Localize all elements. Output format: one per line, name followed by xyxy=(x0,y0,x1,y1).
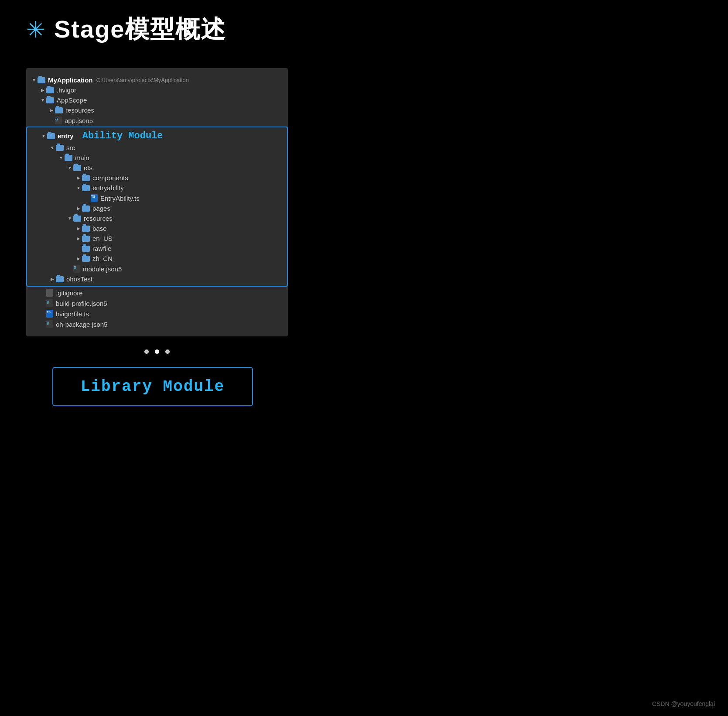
chevron-resources-entry xyxy=(66,216,73,221)
snowflake-icon: ✳ xyxy=(26,18,45,41)
chevron-hvigor xyxy=(39,88,46,92)
label-hvigor: .hvigor xyxy=(57,86,76,94)
icon-module-json5 xyxy=(73,265,80,273)
tree-item-zh-cn[interactable]: zh_CN xyxy=(27,254,287,264)
folder-icon-entry xyxy=(47,133,55,139)
label-rawfile: rawfile xyxy=(92,245,111,252)
tree-item-root[interactable]: MyApplication C:\Users\amy\projects\MyAp… xyxy=(26,75,288,85)
tree-item-base[interactable]: base xyxy=(27,223,287,233)
filetree-panel: MyApplication C:\Users\amy\projects\MyAp… xyxy=(26,68,288,336)
icon-entryability-ts xyxy=(91,194,98,202)
library-module-box: Library Module xyxy=(52,367,253,406)
ability-module-label: Ability Module xyxy=(82,130,163,141)
label-resources-entry: resources xyxy=(84,215,113,222)
folder-icon-hvigor xyxy=(46,87,54,93)
tree-item-src[interactable]: src xyxy=(27,143,287,153)
folder-icon-src xyxy=(56,145,64,151)
chevron-appscope xyxy=(39,98,46,103)
chevron-root xyxy=(31,78,38,82)
root-path: C:\Users\amy\projects\MyApplication xyxy=(96,77,189,83)
tree-item-appscope[interactable]: AppScope xyxy=(26,95,288,105)
page-title: Stage模型概述 xyxy=(54,13,226,46)
label-ets: ets xyxy=(84,164,92,171)
folder-icon-base xyxy=(82,226,90,232)
tree-item-resources-appscope[interactable]: resources xyxy=(26,105,288,115)
chevron-base xyxy=(75,226,82,231)
chevron-components xyxy=(75,175,82,180)
chevron-entry xyxy=(40,134,47,138)
label-entry: entry xyxy=(58,132,74,140)
tree-item-entry[interactable]: entry Ability Module xyxy=(27,129,287,143)
chevron-ohostest xyxy=(49,277,56,281)
folder-icon-ohostest xyxy=(56,276,64,282)
label-gitignore: .gitignore xyxy=(56,289,83,297)
label-zh-cn: zh_CN xyxy=(92,255,113,262)
tree-item-module-json5[interactable]: module.json5 xyxy=(27,264,287,274)
tree-item-ets[interactable]: ets xyxy=(27,163,287,173)
tree-item-pages[interactable]: pages xyxy=(27,203,287,213)
folder-icon-resources-appscope xyxy=(55,107,63,113)
tree-item-rawfile[interactable]: rawfile xyxy=(27,243,287,254)
library-module-label: Library Module xyxy=(81,378,225,396)
label-base: base xyxy=(92,225,107,232)
label-build-profile: build-profile.json5 xyxy=(56,300,107,307)
icon-gitignore xyxy=(46,289,53,297)
folder-icon-ets xyxy=(73,165,81,171)
tree-item-oh-package[interactable]: oh-package.json5 xyxy=(26,319,288,329)
icon-app-json5 xyxy=(55,116,62,124)
label-appscope: AppScope xyxy=(57,96,87,104)
chevron-src xyxy=(49,145,56,150)
label-en-us: en_US xyxy=(92,235,113,242)
tree-item-entryability-ts[interactable]: EntryAbility.ts xyxy=(27,193,287,203)
tree-item-hvigorfile[interactable]: hvigorfile.ts xyxy=(26,308,288,319)
root-label: MyApplication xyxy=(48,76,93,84)
folder-icon-appscope xyxy=(46,97,54,103)
dot-3 xyxy=(165,349,170,354)
folder-icon-en-us xyxy=(82,236,90,242)
folder-icon-pages xyxy=(82,206,90,212)
folder-icon-root xyxy=(38,77,45,83)
tree-item-app-json5[interactable]: app.json5 xyxy=(26,115,288,126)
tree-item-gitignore[interactable]: .gitignore xyxy=(26,288,288,298)
label-app-json5: app.json5 xyxy=(65,117,93,124)
chevron-pages xyxy=(75,206,82,211)
pagination-dots xyxy=(26,349,288,354)
folder-icon-entryability xyxy=(82,185,90,191)
label-ohostest: ohosTest xyxy=(66,275,92,283)
label-resources-appscope: resources xyxy=(65,106,94,114)
page-container: ✳ Stage模型概述 MyApplication C:\Users\amy\p… xyxy=(0,0,728,428)
folder-icon-main xyxy=(65,155,72,161)
folder-icon-components xyxy=(82,175,90,181)
tree-item-resources-entry[interactable]: resources xyxy=(27,213,287,223)
label-src: src xyxy=(66,144,75,151)
label-oh-package: oh-package.json5 xyxy=(56,321,107,328)
label-entryability-ts: EntryAbility.ts xyxy=(100,195,140,202)
dot-2 xyxy=(155,349,159,354)
label-components: components xyxy=(92,174,128,182)
dot-1 xyxy=(144,349,149,354)
tree-item-entryability[interactable]: entryability xyxy=(27,183,287,193)
tree-item-build-profile[interactable]: build-profile.json5 xyxy=(26,298,288,308)
chevron-resources-appscope xyxy=(48,108,55,113)
tree-item-main[interactable]: main xyxy=(27,153,287,163)
entry-module-box: entry Ability Module src main ets xyxy=(26,127,288,287)
chevron-ets xyxy=(66,165,73,170)
tree-item-hvigor[interactable]: .hvigor xyxy=(26,85,288,95)
label-pages: pages xyxy=(92,205,110,212)
chevron-main xyxy=(58,155,65,160)
header: ✳ Stage模型概述 xyxy=(26,13,702,46)
folder-icon-rawfile xyxy=(82,246,90,252)
tree-item-components[interactable]: components xyxy=(27,173,287,183)
folder-icon-zh-cn xyxy=(82,256,90,262)
watermark: CSDN @youyoufenglai xyxy=(652,700,715,707)
tree-item-en-us[interactable]: en_US xyxy=(27,233,287,243)
icon-hvigorfile xyxy=(46,310,53,318)
icon-oh-package xyxy=(46,320,53,328)
tree-item-ohostest[interactable]: ohosTest xyxy=(27,274,287,284)
label-main: main xyxy=(75,154,89,161)
chevron-en-us xyxy=(75,236,82,241)
chevron-entryability xyxy=(75,185,82,190)
chevron-zh-cn xyxy=(75,256,82,261)
label-entryability: entryability xyxy=(92,184,124,192)
icon-build-profile xyxy=(46,299,53,307)
